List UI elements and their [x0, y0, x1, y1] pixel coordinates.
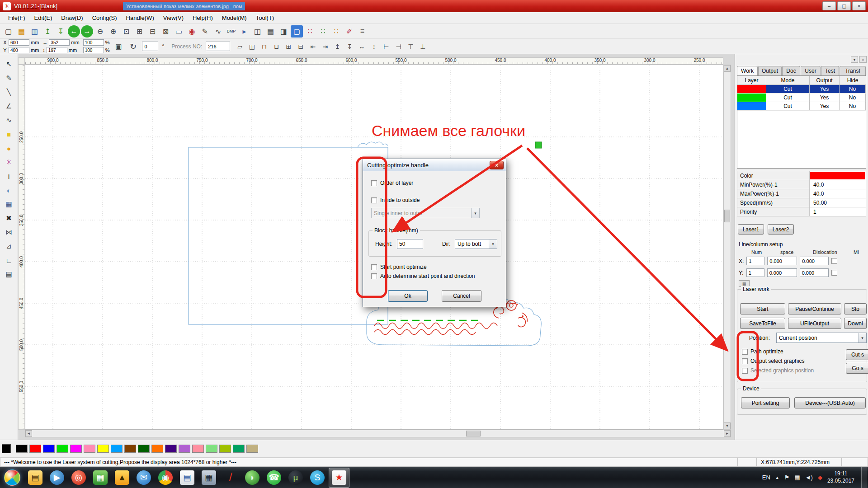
simulate-icon[interactable]: ▸	[238, 25, 250, 38]
x-space-field[interactable]: 0.000	[767, 257, 797, 265]
scale-y-field[interactable]: 100	[83, 47, 104, 53]
zoom-window-icon[interactable]: ⊡	[120, 25, 132, 38]
x-position-field[interactable]: 600	[9, 39, 29, 46]
print-icon[interactable]: ▤	[264, 25, 277, 38]
menu-item[interactable]: Edit(E)	[30, 14, 57, 21]
order-of-layer-checkbox[interactable]	[371, 180, 377, 186]
close-button[interactable]: ×	[852, 1, 866, 10]
flag-icon[interactable]: ⚑	[784, 474, 790, 481]
node-edit-tool-icon[interactable]: ✎	[2, 72, 16, 84]
tab-work[interactable]: Work	[737, 66, 758, 75]
start-button[interactable]	[0, 467, 24, 488]
weld-icon[interactable]: ◫	[246, 41, 258, 52]
track-icon[interactable]: ◫	[251, 25, 264, 38]
horizontal-scrollbar[interactable]: ◄ ►	[25, 430, 731, 437]
show-desktop-button[interactable]	[861, 467, 867, 488]
y-space-field[interactable]: 0.000	[767, 268, 797, 277]
layer-mode-cell[interactable]: Cut	[766, 102, 810, 110]
volume-icon[interactable]: ◄)	[805, 474, 813, 481]
layer-row[interactable]: Cut Yes No	[737, 102, 866, 111]
layer-mode-cell[interactable]: Cut	[766, 85, 810, 93]
preview-icon[interactable]: ◨	[278, 25, 290, 38]
palette-color[interactable]	[84, 445, 95, 453]
taskbar-explorer-icon[interactable]: ▤	[28, 470, 42, 485]
monitor-icon[interactable]: ▢	[291, 25, 303, 38]
taskbar-slot[interactable]: ☎	[264, 468, 284, 488]
save-to-file-button[interactable]: SaveToFile	[740, 318, 785, 329]
zoom-prev-icon[interactable]: ⊟	[146, 25, 159, 38]
palette-color[interactable]	[151, 445, 163, 453]
new-icon[interactable]: ▢	[2, 25, 14, 38]
layer-output-cell[interactable]: Yes	[810, 102, 840, 110]
undo-icon[interactable]: ←	[68, 25, 80, 38]
laser-origin-icon[interactable]: ◉	[186, 25, 198, 38]
taskbar-slot[interactable]: ▤	[25, 468, 46, 488]
taskbar-chrome-icon[interactable]: ◉	[158, 470, 173, 485]
scroll-left-icon[interactable]: ◄	[25, 430, 32, 437]
layer-color-swatch[interactable]	[737, 102, 766, 110]
scroll-right-icon[interactable]: ►	[724, 430, 731, 437]
menu-item[interactable]: Help(H)	[188, 14, 217, 21]
list-icon[interactable]: ≡	[356, 25, 368, 38]
auto-determine-checkbox[interactable]	[371, 273, 377, 279]
taskbar-media-player-icon[interactable]: ▶	[50, 470, 64, 485]
same-width-icon[interactable]: ⊢	[380, 41, 392, 52]
scroll-up-icon[interactable]: ▲	[724, 65, 731, 72]
layer-hide-cell[interactable]: No	[840, 94, 866, 102]
process-no-field[interactable]: 216	[206, 42, 230, 51]
align-bottom-icon[interactable]: ↧	[344, 41, 355, 52]
bmp-icon[interactable]: BMP	[225, 25, 237, 38]
taskbar-mail-app-icon[interactable]: ✉	[137, 470, 151, 485]
download-button[interactable]: Downl	[844, 318, 867, 329]
align-left-icon[interactable]: ⇤	[307, 41, 319, 52]
x-mirror-checkbox[interactable]	[831, 258, 837, 264]
rotate-icon[interactable]: ↻	[127, 41, 138, 52]
menu-item[interactable]: Draw(D)	[57, 14, 87, 21]
tray-chevron-icon[interactable]: ▲	[775, 475, 779, 480]
ellipse-tool-icon[interactable]: ●	[2, 142, 16, 155]
ufile-output-button[interactable]: UFileOutput	[788, 318, 841, 329]
layer-color-swatch[interactable]	[737, 85, 766, 93]
width-field[interactable]: 352	[49, 39, 70, 46]
panel-close-icon[interactable]: ×	[859, 56, 867, 63]
laser-button[interactable]: Laser2	[768, 224, 794, 235]
align-center-h-icon[interactable]: ↔	[356, 41, 368, 52]
horizontal-scroll-thumb[interactable]	[466, 431, 481, 436]
delete-node-icon[interactable]: ⊟	[295, 41, 307, 52]
taskbar-utorrent-icon[interactable]: µ	[288, 470, 303, 485]
pen-icon[interactable]: ✎	[199, 25, 211, 38]
palette-color[interactable]	[29, 445, 41, 453]
tab-output[interactable]: Output	[758, 66, 782, 75]
stop-button[interactable]: Sto	[844, 303, 867, 314]
clock[interactable]: 19:11 23.05.2017	[827, 470, 856, 484]
rect-tool-icon[interactable]: ■	[2, 128, 16, 141]
dir-dropdown[interactable]: Up to bott ▾	[455, 239, 497, 249]
array-tool-icon[interactable]: ▦	[2, 198, 16, 211]
palette-color[interactable]	[219, 445, 231, 453]
cut-scale-button[interactable]: Cut s	[846, 349, 868, 360]
palette-color[interactable]	[165, 445, 177, 453]
taskbar-slot[interactable]: ▶	[47, 468, 67, 488]
star-tool-icon[interactable]: ✳	[2, 156, 16, 169]
panel-collapse-icon[interactable]: ▾	[851, 56, 858, 63]
start-button[interactable]: Start	[740, 303, 785, 314]
vertical-scroll-thumb[interactable]	[724, 210, 730, 222]
rotate-angle-field[interactable]: 0	[142, 42, 158, 51]
option-row[interactable]: Path optimize	[742, 348, 814, 355]
taskbar-slot[interactable]: ◗	[242, 468, 263, 488]
inside-to-outside-checkbox[interactable]	[371, 197, 377, 203]
distribute-h-icon[interactable]: ⊤	[405, 41, 416, 52]
curve-tool-icon[interactable]: ∿	[2, 114, 16, 127]
zoom-select-icon[interactable]: ⊠	[160, 25, 172, 38]
layer-hide-cell[interactable]: No	[840, 102, 866, 110]
y-dislocation-field[interactable]: 0.000	[800, 268, 829, 277]
y-mirror-checkbox[interactable]	[831, 270, 837, 276]
taskbar-laser-app-icon[interactable]: ★	[332, 470, 346, 485]
laser-button[interactable]: Laser1	[738, 224, 764, 235]
palette-color[interactable]	[97, 445, 109, 453]
zoom-in-icon[interactable]: ⊕	[107, 25, 119, 38]
menu-item[interactable]: Model(M)	[217, 14, 251, 21]
palette-color[interactable]	[206, 445, 217, 453]
checkbox[interactable]	[742, 349, 748, 355]
open-icon[interactable]: ▤	[15, 25, 28, 38]
